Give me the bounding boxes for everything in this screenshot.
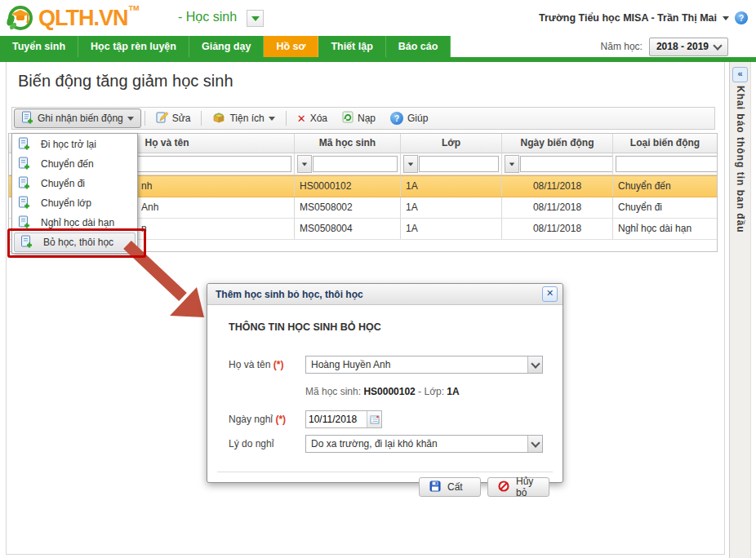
chevron-down-icon <box>251 16 260 21</box>
cancel-icon <box>498 480 509 494</box>
logo-tm: TM <box>129 4 140 12</box>
cell-code: MS0508004 <box>295 219 401 239</box>
utility-button[interactable]: Tiện ích <box>205 108 282 128</box>
field-row-name: Họ và tên (*) <box>229 356 543 374</box>
filter-date-input[interactable] <box>521 157 613 170</box>
tab-thiet-lap[interactable]: Thiết lập <box>318 36 385 57</box>
menu-item-label: Bỏ học, thôi học <box>43 237 113 248</box>
logo-text: QLTH.VN <box>38 4 128 32</box>
reason-combobox-dropdown-button[interactable] <box>527 436 542 452</box>
menu-item-nghi-hoc-dai-han[interactable]: Nghỉ học dài hạn <box>12 213 137 232</box>
chevron-down-icon <box>531 438 540 447</box>
delete-button[interactable]: ✕ Xóa <box>290 108 335 128</box>
help-button[interactable]: ? Giúp <box>383 108 435 128</box>
qlth-logo-icon <box>7 4 34 34</box>
chevron-down-icon[interactable] <box>723 16 729 20</box>
cell-type: Chuyển đến <box>613 176 717 197</box>
code-label: Mã học sinh: <box>305 386 361 397</box>
filter-code-input[interactable] <box>313 156 398 172</box>
collapsed-panel-title: Khai báo thông tin ban đầu <box>735 86 746 233</box>
student-info-line: Mã học sinh: HS0000102 - Lớp: 1A <box>305 386 460 397</box>
toolbar-separator <box>145 111 145 126</box>
reload-label: Nạp <box>358 113 376 124</box>
doc-plus-icon <box>18 215 30 231</box>
doc-plus-icon <box>20 235 33 250</box>
menu-item-di-hoc-tro-lai[interactable]: Đi học trở lại <box>12 135 137 154</box>
chevron-down-icon <box>302 162 307 166</box>
cell-date: 08/11/2018 <box>502 219 613 239</box>
main-nav: Tuyển sinh Học tập rèn luyện Giảng dạy H… <box>0 36 451 57</box>
close-icon[interactable]: ✕ <box>542 286 558 302</box>
module-dropdown-button[interactable] <box>247 10 264 27</box>
school-year-value: 2018 - 2019 <box>656 41 709 52</box>
collapsed-panel-khai-bao[interactable]: « Khai báo thông tin ban đầu <box>729 62 751 558</box>
edit-icon <box>156 111 168 126</box>
delete-x-icon: ✕ <box>297 113 306 124</box>
chevron-down-icon <box>269 117 275 121</box>
filter-date-operator-button[interactable] <box>505 155 519 173</box>
filter-class-operator-button[interactable] <box>403 155 418 173</box>
doc-plus-icon <box>21 111 33 126</box>
tab-tuyen-sinh[interactable]: Tuyển sinh <box>0 36 78 57</box>
edit-label: Sửa <box>172 113 191 124</box>
cell-date: 08/11/2018 <box>502 176 613 197</box>
dialog-section-title: THÔNG TIN HỌC SINH BỎ HỌC <box>229 321 381 333</box>
menu-item-label: Đi học trở lại <box>41 139 96 150</box>
col-header-date[interactable]: Ngày biến động <box>502 134 613 153</box>
chevron-down-icon <box>408 162 413 166</box>
school-year-label: Năm học: <box>601 41 643 52</box>
school-year-select[interactable]: 2018 - 2019 <box>649 38 728 56</box>
field-row-date: Ngày nghỉ (*) <box>229 410 382 428</box>
logo: QLTH.VN TM <box>7 4 140 34</box>
edit-button[interactable]: Sửa <box>149 108 198 128</box>
cell-type: Nghỉ học dài hạn <box>613 219 717 239</box>
name-combobox <box>305 356 543 374</box>
col-header-type[interactable]: Loại biến động <box>613 134 717 153</box>
tab-ho-so[interactable]: Hồ sơ <box>264 36 318 57</box>
doc-plus-icon <box>18 196 30 211</box>
reason-combobox <box>305 435 543 453</box>
class-value: 1A <box>447 386 459 397</box>
menu-item-chuyen-di[interactable]: Chuyển đi <box>12 174 137 193</box>
filter-code-operator-button[interactable] <box>297 155 312 173</box>
name-combobox-dropdown-button[interactable] <box>527 356 542 373</box>
cell-class: 1A <box>401 197 502 218</box>
col-header-code[interactable]: Mã học sinh <box>295 134 401 153</box>
date-field-label: Ngày nghỉ (*) <box>229 414 305 425</box>
record-change-label: Ghi nhận biến động <box>38 113 123 124</box>
name-label-text: Họ và tên <box>229 359 270 370</box>
menu-item-label: Chuyển lớp <box>41 197 91 209</box>
chevron-down-icon <box>531 359 540 368</box>
record-change-button[interactable]: Ghi nhận biến động <box>14 108 141 128</box>
col-header-class[interactable]: Lớp <box>401 134 502 153</box>
name-field-label: Họ và tên (*) <box>229 359 305 370</box>
filter-type-input[interactable] <box>616 158 717 170</box>
toolbar-separator <box>286 111 287 126</box>
tab-hoc-tap-ren-luyen[interactable]: Học tập rèn luyện <box>78 36 189 57</box>
dialog-body: THÔNG TIN HỌC SINH BỎ HỌC Họ và tên (*) … <box>207 305 563 483</box>
menu-item-bo-hoc-thoi-hoc[interactable]: Bỏ học, thôi học <box>14 232 136 252</box>
dialog-title: Thêm học sinh bỏ học, thôi học <box>216 289 542 300</box>
floppy-save-icon <box>429 480 441 494</box>
app-window: QLTH.VN TM - Học sinh Trường Tiểu học MI… <box>0 0 756 558</box>
doc-plus-icon <box>18 157 30 172</box>
menu-item-chuyen-den[interactable]: Chuyển đến <box>12 154 137 174</box>
save-button[interactable]: Cất <box>419 477 481 497</box>
name-combobox-input[interactable] <box>306 359 527 370</box>
school-user-name[interactable]: Trường Tiểu học MISA - Trần Thị Mai <box>539 12 717 24</box>
tab-bao-cao[interactable]: Báo cáo <box>386 36 451 57</box>
menu-item-chuyen-lop[interactable]: Chuyển lớp <box>12 193 137 213</box>
help-icon[interactable]: ? <box>735 11 748 24</box>
leave-date-input[interactable] <box>306 413 367 426</box>
reload-button[interactable]: Nạp <box>335 108 383 128</box>
cell-type: Chuyển đi <box>613 197 717 218</box>
calendar-icon[interactable] <box>367 411 381 427</box>
cancel-button[interactable]: Hủy bỏ <box>487 477 549 497</box>
reason-field-label: Lý do nghỉ <box>229 438 305 450</box>
cell-class: 1A <box>401 219 502 239</box>
menu-item-label: Chuyển đến <box>41 158 94 170</box>
reason-combobox-input[interactable] <box>306 438 527 450</box>
expand-panel-icon[interactable]: « <box>732 67 748 82</box>
tab-giang-day[interactable]: Giảng dạy <box>189 36 264 57</box>
filter-class-input[interactable] <box>419 156 499 172</box>
